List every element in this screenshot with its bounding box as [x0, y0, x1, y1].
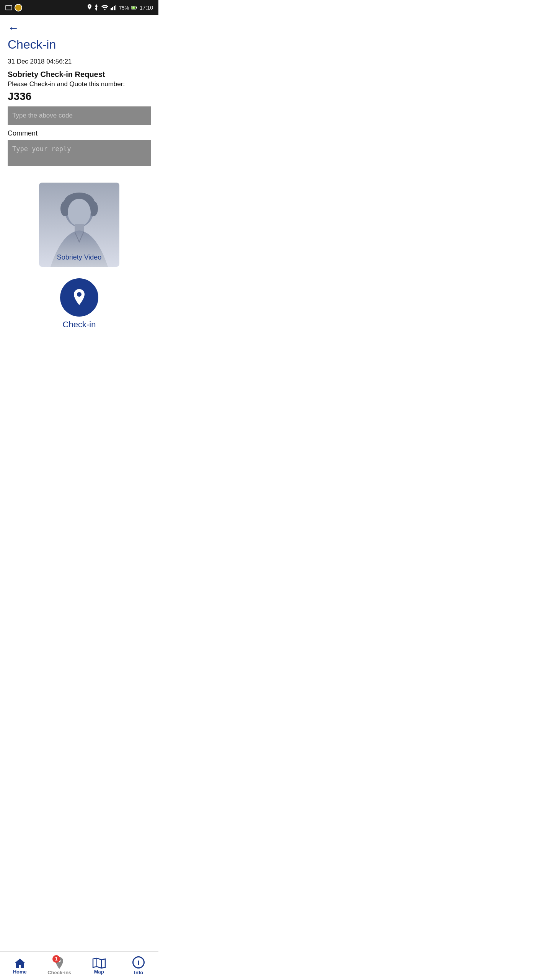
screen-icon	[5, 5, 12, 10]
back-arrow-icon: ←	[8, 21, 19, 34]
battery-icon	[131, 6, 137, 10]
nav-label-checkins: Check-ins	[47, 970, 71, 975]
badge-icon	[15, 4, 22, 11]
checkin-button[interactable]	[60, 278, 98, 317]
status-left-icons	[5, 4, 22, 11]
video-section[interactable]: Sobriety Video	[8, 183, 151, 267]
location-icon	[87, 4, 92, 11]
svg-rect-0	[111, 8, 112, 10]
back-button[interactable]: ←	[8, 21, 19, 34]
comment-input[interactable]	[8, 140, 151, 166]
status-bar: 75% 17:10	[0, 0, 158, 15]
nav-item-info[interactable]: i Info	[119, 956, 159, 975]
nav-label-home: Home	[13, 969, 27, 975]
svg-rect-1	[112, 7, 113, 10]
request-heading: Sobriety Check-in Request	[8, 70, 151, 79]
nav-item-checkins[interactable]: 1 Check-ins	[40, 957, 80, 975]
checkin-section: Check-in	[8, 278, 151, 330]
wifi-icon	[101, 5, 108, 10]
checkin-icon	[69, 287, 89, 307]
svg-rect-5	[136, 7, 137, 8]
svg-rect-2	[114, 6, 115, 10]
bottom-nav: Home 1 Check-ins Map i Info	[0, 951, 158, 980]
video-label: Sobriety Video	[57, 253, 102, 261]
code-input[interactable]	[8, 106, 151, 125]
nav-label-info: Info	[134, 970, 143, 975]
svg-rect-3	[115, 5, 116, 10]
battery-percent: 75%	[119, 5, 129, 11]
svg-point-12	[68, 199, 91, 226]
info-icon: i	[132, 956, 145, 969]
checkin-button-label: Check-in	[63, 320, 96, 330]
nav-label-map: Map	[94, 969, 104, 975]
datetime-text: 31 Dec 2018 04:56:21	[8, 58, 151, 65]
status-right-icons: 75% 17:10	[87, 4, 153, 11]
checkin-code: J336	[8, 90, 151, 103]
nav-item-home[interactable]: Home	[0, 957, 40, 975]
comment-label: Comment	[8, 129, 151, 137]
svg-point-14	[77, 292, 82, 297]
page-title: Check-in	[8, 38, 151, 52]
main-content: ← Check-in 31 Dec 2018 04:56:21 Sobriety…	[0, 15, 158, 372]
checkins-badge: 1	[52, 955, 60, 963]
video-thumbnail[interactable]: Sobriety Video	[39, 183, 119, 267]
map-icon	[92, 957, 106, 969]
home-icon	[14, 957, 26, 969]
time-display: 17:10	[140, 5, 153, 11]
bluetooth-icon	[95, 4, 99, 11]
nav-item-map[interactable]: Map	[79, 957, 119, 975]
request-subtext: Please Check-in and Quote this number:	[8, 80, 151, 88]
svg-point-15	[78, 300, 80, 302]
signal-icon	[111, 5, 117, 10]
